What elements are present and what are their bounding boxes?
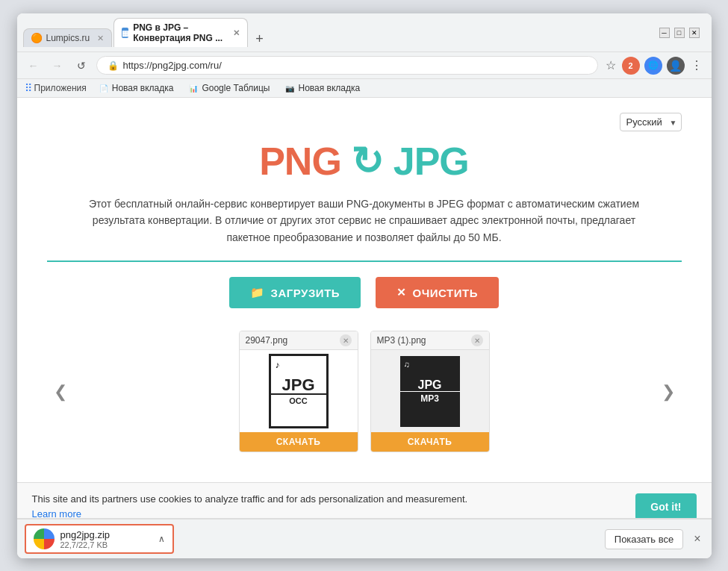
- jpg-file-icon: ♪ JPG OCC: [269, 354, 329, 428]
- cookie-gotit-button[interactable]: Got it!: [635, 493, 696, 518]
- bookmarks-bar: ⠿ Приложения 📄 Новая вкладка 📊 Google Та…: [17, 79, 712, 98]
- new-tab-button[interactable]: +: [249, 31, 270, 47]
- upload-icon: 📁: [250, 286, 265, 299]
- file-1-preview: ♪ JPG OCC: [240, 350, 358, 432]
- tab-lumpics-close[interactable]: ✕: [97, 34, 104, 43]
- logo-png: PNG: [259, 140, 341, 183]
- address-right: ☆ 2 🌐 👤 ⋮: [604, 57, 704, 75]
- tab-png2jpg-favicon: ▦: [122, 28, 128, 38]
- apps-label: Приложения: [34, 83, 87, 93]
- downloads-right: Показать все ×: [605, 529, 704, 549]
- profile-icon[interactable]: 👤: [667, 57, 685, 75]
- google-sheets-favicon: 📊: [188, 83, 199, 93]
- file-card-1-header: 29047.png ✕: [240, 331, 358, 350]
- site-content: Русский English ▼ PNG ↻ JPG Этот бесплат…: [17, 98, 712, 482]
- minimize-button[interactable]: ─: [659, 28, 670, 38]
- file-1-download-button[interactable]: СКАЧАТЬ: [240, 432, 358, 452]
- close-window-button[interactable]: ✕: [689, 28, 700, 38]
- download-info: png2jpg.zip 22,7/22,7 KB: [60, 529, 149, 549]
- page-content: Русский English ▼ PNG ↻ JPG Этот бесплат…: [17, 98, 712, 518]
- show-all-downloads-button[interactable]: Показать все: [605, 529, 683, 549]
- forward-button[interactable]: →: [49, 57, 66, 75]
- clear-button[interactable]: ✕ ОЧИСТИТЬ: [376, 277, 499, 308]
- cookie-bar: This site and its partners use cookies t…: [17, 482, 712, 518]
- files-container: 29047.png ✕ ♪ JPG OCC: [81, 331, 647, 452]
- music-note-icon: ♪: [276, 360, 280, 370]
- file-card-2: MP3 (1).png ✕ ♫ JPG MP3: [370, 331, 490, 452]
- new-tab-1-favicon: 📄: [99, 83, 109, 93]
- menu-icon[interactable]: ⋮: [689, 57, 704, 74]
- carousel-prev-button[interactable]: ❮: [47, 378, 74, 405]
- occ-label: OCC: [271, 393, 326, 405]
- google-sheets-bookmark[interactable]: 📊 Google Таблицы: [185, 81, 273, 95]
- mp3-music-note-icon: ♫: [404, 360, 410, 369]
- files-area: ❮ 29047.png ✕ ♪ JPG: [47, 331, 682, 452]
- logo-text: PNG ↻ JPG: [47, 139, 682, 184]
- url-bar[interactable]: 🔒 https://png2jpg.com/ru/: [96, 56, 598, 75]
- back-button[interactable]: ←: [25, 57, 43, 75]
- tabs-bar: 🟠 Lumpics.ru ✕ ▦ PNG в JPG – Конвертация…: [23, 18, 659, 47]
- tab-lumpics-label: Lumpics.ru: [46, 33, 90, 43]
- file-card-1: 29047.png ✕ ♪ JPG OCC: [239, 331, 358, 452]
- jpg-label: JPG: [281, 377, 314, 393]
- download-file-icon: [34, 528, 55, 549]
- tab-lumpics[interactable]: 🟠 Lumpics.ru ✕: [23, 28, 113, 47]
- close-downloads-button[interactable]: ×: [691, 529, 703, 549]
- window-controls: ─ □ ✕: [659, 28, 700, 38]
- downloads-bar: png2jpg.zip 22,7/22,7 KB ∧ Показать все …: [17, 518, 712, 558]
- new-tab-bookmark-2[interactable]: 📷 Новая вкладка: [281, 81, 363, 95]
- clear-icon: ✕: [396, 286, 407, 299]
- upload-button[interactable]: 📁 ЗАГРУЗИТЬ: [229, 277, 361, 308]
- new-tab-bookmark-1[interactable]: 📄 Новая вкладка: [96, 81, 177, 95]
- file-1-name: 29047.png: [246, 335, 288, 346]
- tab-png2jpg-close[interactable]: ✕: [233, 28, 240, 38]
- site-description: Этот бесплатный онлайн-сервис конвертиру…: [73, 196, 656, 246]
- download-file-name: png2jpg.zip: [60, 529, 149, 540]
- file-2-name: MP3 (1).png: [377, 335, 426, 346]
- tab-png2jpg-label: PNG в JPG – Конвертация PNG ...: [133, 22, 225, 43]
- carousel-next-button[interactable]: ❯: [655, 378, 682, 405]
- download-caret-icon[interactable]: ∧: [158, 534, 165, 544]
- lang-wrapper: Русский English ▼: [620, 113, 682, 131]
- apps-bookmark[interactable]: ⠿ Приложения: [25, 82, 87, 94]
- title-bar: 🟠 Lumpics.ru ✕ ▦ PNG в JPG – Конвертация…: [17, 13, 712, 52]
- cookie-learn-more-link[interactable]: Learn more: [32, 508, 81, 518]
- file-2-preview: ♫ JPG MP3: [371, 350, 489, 432]
- clear-label: ОЧИСТИТЬ: [413, 287, 478, 299]
- download-item[interactable]: png2jpg.zip 22,7/22,7 KB ∧: [25, 524, 174, 554]
- url-text: https://png2jpg.com/ru/: [123, 60, 222, 71]
- file-card-2-header: MP3 (1).png ✕: [371, 331, 489, 350]
- tab-png2jpg[interactable]: ▦ PNG в JPG – Конвертация PNG ... ✕: [113, 18, 248, 47]
- download-file-size: 22,7/22,7 KB: [60, 540, 149, 549]
- file-1-close-button[interactable]: ✕: [340, 334, 352, 346]
- logo-jpg: JPG: [393, 140, 469, 183]
- lang-select[interactable]: Русский English: [620, 113, 682, 131]
- google-sheets-label: Google Таблицы: [202, 83, 270, 93]
- tab-lumpics-favicon: 🟠: [31, 33, 42, 43]
- section-divider: [47, 260, 682, 262]
- upload-label: ЗАГРУЗИТЬ: [271, 287, 340, 299]
- language-selector[interactable]: Русский English ▼: [47, 113, 682, 131]
- file-2-download-button[interactable]: СКАЧАТЬ: [371, 432, 489, 452]
- action-buttons: 📁 ЗАГРУЗИТЬ ✕ ОЧИСТИТЬ: [47, 277, 682, 308]
- new-tab-2-label: Новая вкладка: [298, 83, 360, 93]
- lock-icon: 🔒: [108, 60, 119, 71]
- maximize-button[interactable]: □: [674, 28, 685, 38]
- logo-area: PNG ↻ JPG: [47, 139, 682, 184]
- mp3-jpg-label: JPG: [417, 379, 441, 391]
- new-tab-1-label: Новая вкладка: [112, 83, 174, 93]
- refresh-button[interactable]: ↺: [72, 57, 90, 75]
- bookmark-icon[interactable]: ☆: [604, 57, 617, 74]
- new-tab-2-favicon: 📷: [284, 83, 295, 93]
- mp3-label: MP3: [400, 391, 460, 404]
- chrome-extension-icon[interactable]: 🌐: [644, 57, 662, 75]
- mp3-file-icon: ♫ JPG MP3: [400, 356, 460, 427]
- browser-window: 🟠 Lumpics.ru ✕ ▦ PNG в JPG – Конвертация…: [17, 13, 712, 558]
- mp3-thumbnail: ♫ JPG MP3: [371, 350, 489, 432]
- extension-badge[interactable]: 2: [622, 57, 640, 75]
- address-bar: ← → ↺ 🔒 https://png2jpg.com/ru/ ☆ 2 🌐 👤 …: [17, 52, 712, 79]
- file-2-close-button[interactable]: ✕: [471, 334, 483, 346]
- jpg-thumbnail: ♪ JPG OCC: [240, 350, 358, 432]
- logo-arrow-icon: ↻: [351, 140, 393, 183]
- cookie-message: This site and its partners use cookies t…: [32, 493, 468, 505]
